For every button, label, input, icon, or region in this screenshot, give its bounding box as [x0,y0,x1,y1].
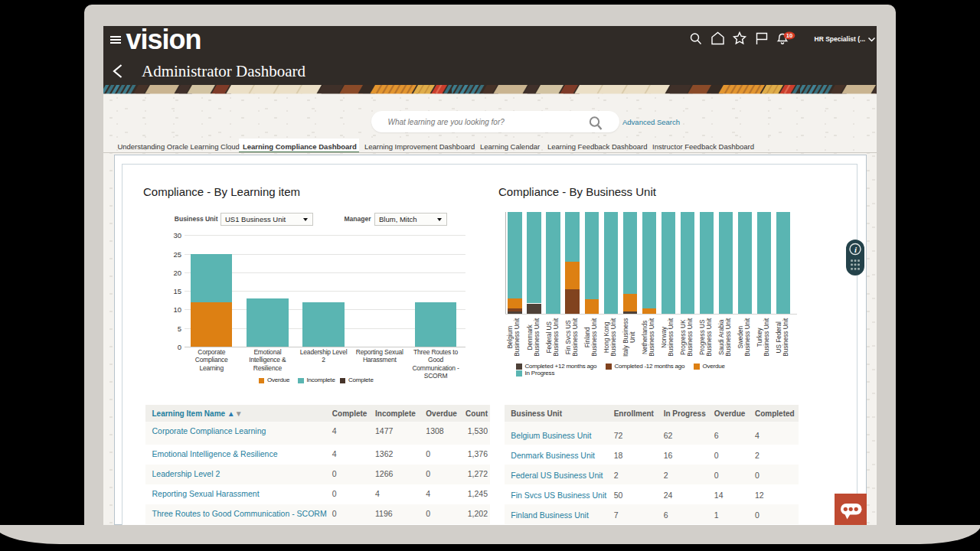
svg-text:i: i [854,244,858,253]
svg-text:10: 10 [786,32,792,39]
